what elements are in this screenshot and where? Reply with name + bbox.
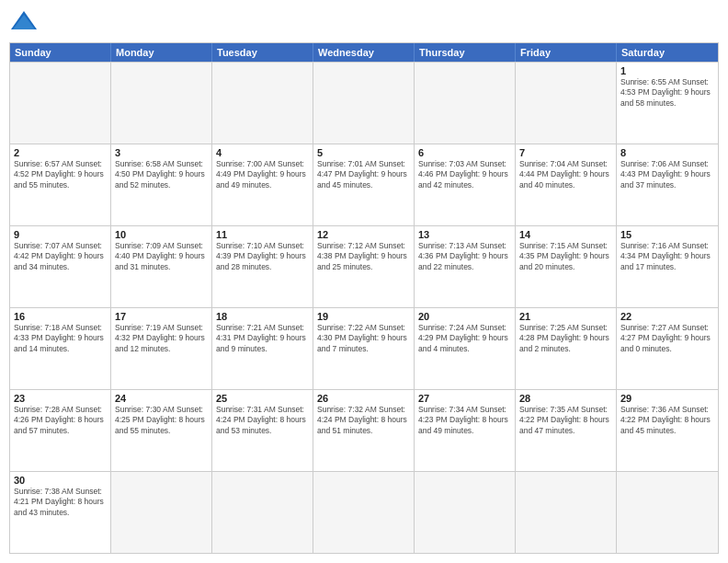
logo [9, 9, 42, 35]
calendar-day-27: 27Sunrise: 7:34 AM Sunset: 4:23 PM Dayli… [415, 390, 516, 471]
day-number: 26 [317, 393, 410, 404]
day-info: Sunrise: 7:21 AM Sunset: 4:31 PM Dayligh… [216, 323, 309, 354]
day-number: 16 [14, 311, 107, 322]
calendar-row: 16Sunrise: 7:18 AM Sunset: 4:33 PM Dayli… [10, 307, 718, 389]
calendar-day-17: 17Sunrise: 7:19 AM Sunset: 4:32 PM Dayli… [111, 308, 212, 389]
calendar-day-24: 24Sunrise: 7:30 AM Sunset: 4:25 PM Dayli… [111, 390, 212, 471]
calendar-day-30: 30Sunrise: 7:38 AM Sunset: 4:21 PM Dayli… [10, 472, 111, 553]
calendar-day-15: 15Sunrise: 7:16 AM Sunset: 4:34 PM Dayli… [617, 226, 718, 307]
day-info: Sunrise: 7:16 AM Sunset: 4:34 PM Dayligh… [620, 241, 714, 272]
logo-icon [9, 9, 39, 35]
day-info: Sunrise: 6:58 AM Sunset: 4:50 PM Dayligh… [115, 159, 208, 190]
day-number: 23 [14, 393, 107, 404]
calendar-header: SundayMondayTuesdayWednesdayThursdayFrid… [10, 43, 718, 62]
calendar-day-12: 12Sunrise: 7:12 AM Sunset: 4:38 PM Dayli… [313, 226, 415, 307]
day-number: 25 [216, 393, 309, 404]
day-info: Sunrise: 7:07 AM Sunset: 4:42 PM Dayligh… [14, 241, 107, 272]
day-info: Sunrise: 7:04 AM Sunset: 4:44 PM Dayligh… [519, 159, 612, 190]
day-number: 3 [115, 147, 208, 158]
calendar-empty [212, 63, 313, 144]
day-number: 22 [620, 311, 714, 322]
day-number: 6 [418, 147, 511, 158]
calendar-day-11: 11Sunrise: 7:10 AM Sunset: 4:39 PM Dayli… [212, 226, 313, 307]
day-info: Sunrise: 7:38 AM Sunset: 4:21 PM Dayligh… [14, 487, 107, 518]
day-number: 30 [14, 475, 107, 486]
day-info: Sunrise: 7:13 AM Sunset: 4:36 PM Dayligh… [418, 241, 511, 272]
calendar-day-22: 22Sunrise: 7:27 AM Sunset: 4:27 PM Dayli… [617, 308, 718, 389]
day-info: Sunrise: 6:57 AM Sunset: 4:52 PM Dayligh… [14, 159, 107, 190]
day-number: 28 [519, 393, 612, 404]
weekday-header: Sunday [10, 43, 111, 62]
day-number: 19 [317, 311, 410, 322]
calendar-day-9: 9Sunrise: 7:07 AM Sunset: 4:42 PM Daylig… [10, 226, 111, 307]
calendar-body: 1Sunrise: 6:55 AM Sunset: 4:53 PM Daylig… [10, 62, 718, 553]
day-number: 10 [115, 229, 208, 240]
calendar-empty [415, 472, 516, 553]
weekday-header: Monday [111, 43, 212, 62]
calendar-empty [516, 472, 617, 553]
calendar-day-23: 23Sunrise: 7:28 AM Sunset: 4:26 PM Dayli… [10, 390, 111, 471]
day-info: Sunrise: 7:30 AM Sunset: 4:25 PM Dayligh… [115, 405, 208, 436]
day-number: 9 [14, 229, 107, 240]
day-number: 15 [620, 229, 714, 240]
day-number: 11 [216, 229, 309, 240]
calendar: SundayMondayTuesdayWednesdayThursdayFrid… [9, 42, 719, 554]
day-info: Sunrise: 7:36 AM Sunset: 4:22 PM Dayligh… [620, 405, 714, 436]
day-number: 17 [115, 311, 208, 322]
day-number: 21 [519, 311, 612, 322]
calendar-row: 23Sunrise: 7:28 AM Sunset: 4:26 PM Dayli… [10, 389, 718, 471]
day-number: 5 [317, 147, 410, 158]
day-number: 18 [216, 311, 309, 322]
calendar-empty [212, 472, 313, 553]
weekday-header: Tuesday [212, 43, 313, 62]
day-number: 24 [115, 393, 208, 404]
day-info: Sunrise: 7:18 AM Sunset: 4:33 PM Dayligh… [14, 323, 107, 354]
day-info: Sunrise: 7:22 AM Sunset: 4:30 PM Dayligh… [317, 323, 410, 354]
calendar-day-10: 10Sunrise: 7:09 AM Sunset: 4:40 PM Dayli… [111, 226, 212, 307]
calendar-day-19: 19Sunrise: 7:22 AM Sunset: 4:30 PM Dayli… [313, 308, 415, 389]
calendar-day-6: 6Sunrise: 7:03 AM Sunset: 4:46 PM Daylig… [415, 144, 516, 225]
calendar-day-29: 29Sunrise: 7:36 AM Sunset: 4:22 PM Dayli… [617, 390, 718, 471]
day-info: Sunrise: 7:06 AM Sunset: 4:43 PM Dayligh… [620, 159, 714, 190]
day-number: 12 [317, 229, 410, 240]
calendar-day-8: 8Sunrise: 7:06 AM Sunset: 4:43 PM Daylig… [617, 144, 718, 225]
calendar-empty [111, 472, 212, 553]
calendar-day-4: 4Sunrise: 7:00 AM Sunset: 4:49 PM Daylig… [212, 144, 313, 225]
day-number: 20 [418, 311, 511, 322]
calendar-day-16: 16Sunrise: 7:18 AM Sunset: 4:33 PM Dayli… [10, 308, 111, 389]
calendar-day-1: 1Sunrise: 6:55 AM Sunset: 4:53 PM Daylig… [617, 63, 718, 144]
day-info: Sunrise: 7:34 AM Sunset: 4:23 PM Dayligh… [418, 405, 511, 436]
day-info: Sunrise: 7:35 AM Sunset: 4:22 PM Dayligh… [519, 405, 612, 436]
calendar-day-25: 25Sunrise: 7:31 AM Sunset: 4:24 PM Dayli… [212, 390, 313, 471]
day-info: Sunrise: 7:28 AM Sunset: 4:26 PM Dayligh… [14, 405, 107, 436]
day-info: Sunrise: 7:19 AM Sunset: 4:32 PM Dayligh… [115, 323, 208, 354]
day-number: 29 [620, 393, 714, 404]
calendar-row: 9Sunrise: 7:07 AM Sunset: 4:42 PM Daylig… [10, 225, 718, 307]
day-info: Sunrise: 7:00 AM Sunset: 4:49 PM Dayligh… [216, 159, 309, 190]
page: SundayMondayTuesdayWednesdayThursdayFrid… [0, 0, 728, 563]
day-number: 27 [418, 393, 511, 404]
day-number: 1 [620, 65, 714, 76]
calendar-day-14: 14Sunrise: 7:15 AM Sunset: 4:35 PM Dayli… [516, 226, 617, 307]
weekday-header: Thursday [415, 43, 516, 62]
calendar-empty [617, 472, 718, 553]
day-info: Sunrise: 6:55 AM Sunset: 4:53 PM Dayligh… [620, 77, 714, 109]
calendar-day-26: 26Sunrise: 7:32 AM Sunset: 4:24 PM Dayli… [313, 390, 415, 471]
day-number: 2 [14, 147, 107, 158]
day-info: Sunrise: 7:27 AM Sunset: 4:27 PM Dayligh… [620, 323, 714, 354]
calendar-day-2: 2Sunrise: 6:57 AM Sunset: 4:52 PM Daylig… [10, 144, 111, 225]
calendar-empty [10, 63, 111, 144]
calendar-day-20: 20Sunrise: 7:24 AM Sunset: 4:29 PM Dayli… [415, 308, 516, 389]
weekday-header: Friday [516, 43, 617, 62]
calendar-empty [313, 63, 415, 144]
calendar-empty [111, 63, 212, 144]
day-number: 7 [519, 147, 612, 158]
calendar-day-13: 13Sunrise: 7:13 AM Sunset: 4:36 PM Dayli… [415, 226, 516, 307]
day-info: Sunrise: 7:32 AM Sunset: 4:24 PM Dayligh… [317, 405, 410, 436]
day-info: Sunrise: 7:10 AM Sunset: 4:39 PM Dayligh… [216, 241, 309, 272]
day-info: Sunrise: 7:03 AM Sunset: 4:46 PM Dayligh… [418, 159, 511, 190]
calendar-row: 1Sunrise: 6:55 AM Sunset: 4:53 PM Daylig… [10, 62, 718, 144]
calendar-day-18: 18Sunrise: 7:21 AM Sunset: 4:31 PM Dayli… [212, 308, 313, 389]
calendar-row: 30Sunrise: 7:38 AM Sunset: 4:21 PM Dayli… [10, 471, 718, 553]
day-info: Sunrise: 7:01 AM Sunset: 4:47 PM Dayligh… [317, 159, 410, 190]
